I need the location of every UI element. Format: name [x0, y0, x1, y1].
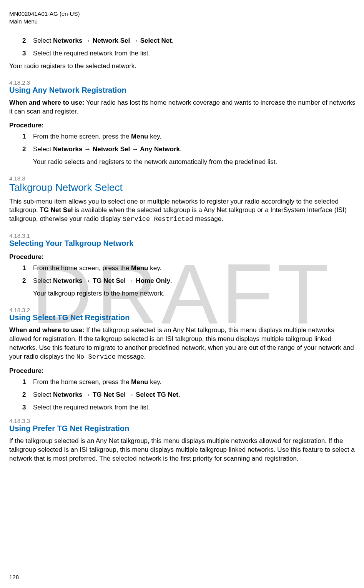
result-text: Your talkgroup registers to the home net…: [9, 289, 357, 298]
step-item: 1 From the home screen, press the Menu k…: [22, 378, 357, 387]
section-number: 4.18.3: [9, 175, 357, 182]
step-number: 2: [22, 391, 33, 399]
text-plain: key.: [148, 264, 162, 272]
step-number: 3: [22, 49, 33, 58]
step-number: 2: [22, 37, 33, 45]
section-title: Selecting Your Talkgroup Network: [9, 239, 357, 248]
text-plain: From the home screen, press the: [33, 378, 131, 386]
step-item: 2 Select Networks → Network Sel → Any Ne…: [22, 145, 357, 154]
when-label: When and where to use:: [9, 326, 85, 334]
text-bold: Menu: [131, 133, 148, 140]
step-number: 1: [22, 132, 33, 141]
text-plain: .: [172, 37, 174, 44]
step-text: Select Networks → Network Sel → Select N…: [33, 37, 357, 45]
text-mono: Service Restricted: [123, 215, 193, 223]
text-bold: Networks → Network Sel → Any Network: [53, 145, 180, 153]
text-plain: message.: [193, 215, 223, 222]
text-plain: Select: [33, 145, 53, 153]
step-text: From the home screen, press the Menu key…: [33, 264, 357, 273]
step-item: 3 Select the required network from the l…: [22, 49, 357, 58]
section-title: Using Select TG Net Registration: [9, 313, 357, 322]
doc-section: Main Menu: [9, 18, 357, 25]
section-number: 4.18.2.3: [9, 79, 357, 86]
text-plain: Select the required network from the lis…: [33, 404, 150, 411]
step-number: 2: [22, 145, 33, 154]
page-number: 128: [9, 574, 19, 580]
text-plain: Select the required network from the lis…: [33, 50, 150, 57]
step-item: 2 Select Networks → TG Net Sel → Select …: [22, 391, 357, 399]
result-text: Your radio registers to the selected net…: [9, 62, 357, 71]
result-text: Your radio selects and registers to the …: [9, 158, 357, 167]
when-label: When and where to use:: [9, 99, 85, 106]
step-item: 3 Select the required network from the l…: [22, 403, 357, 412]
step-item: 1 From the home screen, press the Menu k…: [22, 264, 357, 273]
text-plain: Select: [33, 391, 53, 398]
doc-id: MN002041A01-AG (en-US): [9, 10, 357, 18]
section-title: Using Prefer TG Net Registration: [9, 424, 357, 433]
section-number: 4.18.3.3: [9, 418, 357, 424]
text-plain: From the home screen, press the: [33, 264, 131, 272]
text-plain: From the home screen, press the: [33, 133, 131, 140]
step-item: 2 Select Networks → Network Sel → Select…: [22, 37, 357, 45]
step-text: Select the required network from the lis…: [33, 49, 357, 58]
text-bold: Menu: [131, 264, 148, 272]
section-number: 4.18.3.2: [9, 307, 357, 313]
when-where-paragraph: When and where to use: If the talkgroup …: [9, 326, 357, 362]
step-number: 2: [22, 277, 33, 286]
when-where-paragraph: When and where to use: Your radio has lo…: [9, 99, 357, 116]
text-bold: Menu: [131, 378, 148, 386]
step-text: Select Networks → TG Net Sel → Home Only…: [33, 277, 357, 286]
text-plain: Select: [33, 277, 53, 284]
text-mono: No Service: [76, 353, 116, 361]
section-title: Using Any Network Registration: [9, 86, 357, 95]
procedure-label: Procedure:: [9, 253, 357, 261]
text-plain: Select: [33, 37, 53, 44]
procedure-label: Procedure:: [9, 122, 357, 129]
step-number: 1: [22, 264, 33, 273]
text-plain: key.: [148, 133, 162, 140]
step-text: From the home screen, press the Menu key…: [33, 132, 357, 141]
section-number: 4.18.3.1: [9, 232, 357, 239]
section-title: Talkgroup Network Select: [9, 182, 357, 194]
text-plain: .: [180, 145, 182, 153]
step-text: From the home screen, press the Menu key…: [33, 378, 357, 387]
step-text: Select Networks → TG Net Sel → Select TG…: [33, 391, 357, 399]
step-item: 2 Select Networks → TG Net Sel → Home On…: [22, 277, 357, 286]
step-number: 1: [22, 378, 33, 387]
text-plain: .: [170, 277, 172, 284]
step-number: 3: [22, 403, 33, 412]
text-bold: TG Net Sel: [40, 206, 73, 214]
section-paragraph: If the talkgroup selected is an Any Net …: [9, 437, 357, 463]
text-bold: Networks → TG Net Sel → Select TG Net: [53, 391, 178, 398]
procedure-label: Procedure:: [9, 367, 357, 375]
text-plain: .: [178, 391, 180, 398]
text-bold: Networks → TG Net Sel → Home Only: [53, 277, 170, 284]
text-plain: key.: [148, 378, 162, 386]
step-text: Select Networks → Network Sel → Any Netw…: [33, 145, 357, 154]
step-item: 1 From the home screen, press the Menu k…: [22, 132, 357, 141]
text-bold: Networks → Network Sel → Select Net: [53, 37, 172, 44]
step-text: Select the required network from the lis…: [33, 403, 357, 412]
section-paragraph: This sub-menu item allows you to select …: [9, 197, 357, 224]
text-plain: message.: [116, 353, 146, 360]
